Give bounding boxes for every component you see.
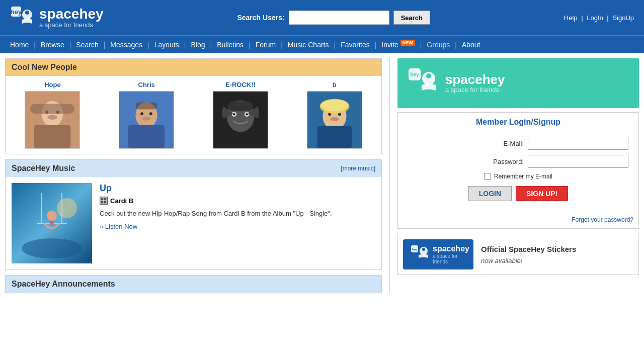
stickers-logo-text: spacehey a space for friends	[433, 244, 469, 264]
login-buttons: LOGIN SIGN UP!	[408, 186, 628, 201]
email-input[interactable]	[528, 137, 628, 150]
person-hope[interactable]: Hope	[25, 81, 80, 149]
login-form: E-Mail: Password: Remember my E-mail LOG…	[398, 132, 638, 214]
nav-item-music-charts[interactable]: Music Charts	[283, 37, 334, 53]
svg-point-32	[320, 100, 348, 112]
stickers-logo-icon: hey	[411, 245, 429, 264]
person-b-name[interactable]: b	[307, 81, 362, 88]
person-b[interactable]: b	[307, 81, 362, 149]
person-chris-avatar	[119, 91, 174, 149]
right-column: hey spacehey a space for friends Member …	[397, 58, 639, 293]
nav-item-groups[interactable]: Groups	[422, 37, 455, 53]
nav-item-forum[interactable]: Forum	[251, 37, 281, 53]
svg-text:hey: hey	[11, 8, 22, 16]
music-section: SpaceHey Music [more music]	[5, 159, 382, 270]
nav-item-search[interactable]: Search	[71, 37, 103, 53]
music-artist-row: Cardi B	[100, 197, 375, 205]
nav-item-blog[interactable]: Blog	[186, 37, 210, 53]
email-label: E-Mail:	[484, 140, 524, 147]
svg-point-34	[22, 238, 82, 258]
svg-point-30	[330, 117, 339, 121]
svg-point-14	[140, 112, 143, 115]
person-chris[interactable]: Chris	[119, 81, 174, 149]
help-link[interactable]: Help	[564, 14, 578, 22]
person-b-avatar	[307, 91, 362, 149]
logo-area[interactable]: hey spacehey a space for friends	[10, 6, 104, 30]
svg-text:hey: hey	[412, 248, 418, 251]
svg-point-3	[25, 11, 29, 15]
login-link[interactable]: LogIn	[587, 14, 603, 22]
stickers-logo-name: spacehey	[433, 244, 469, 253]
remember-label: Remember my E-mail	[494, 173, 552, 180]
remember-checkbox[interactable]	[484, 173, 491, 180]
nav-item-messages[interactable]: Messages	[105, 37, 147, 53]
svg-text:hey: hey	[410, 72, 419, 77]
music-song-title: Up	[100, 183, 375, 194]
new-badge: NEW	[400, 40, 415, 46]
cool-people-header: Cool New People	[6, 59, 381, 76]
svg-point-39	[47, 211, 57, 221]
main-content: Cool New People Hope	[0, 53, 644, 298]
announcements-section: SpaceHey Announcements	[5, 275, 382, 293]
svg-rect-13	[128, 125, 165, 148]
person-erock[interactable]: E-ROCK!!	[213, 81, 268, 149]
svg-point-22	[233, 113, 235, 115]
nav-bar: Home | Browse | Search | Messages | Layo…	[0, 35, 644, 53]
sep1: |	[581, 14, 585, 22]
music-artist-icon	[100, 197, 108, 205]
stickers-text: Official SpaceHey Stickers now available…	[481, 244, 633, 264]
svg-point-16	[142, 117, 151, 121]
logo-text: spacehey a space for friends	[39, 7, 104, 29]
forgot-password-link[interactable]: Forgot your password?	[398, 214, 638, 228]
nav-item-bulletins[interactable]: Bulletins	[212, 37, 249, 53]
email-row: E-Mail:	[408, 137, 628, 150]
svg-point-9	[48, 115, 58, 120]
banner-logo-icon: hey	[408, 67, 438, 99]
nav-item-browse[interactable]: Browse	[36, 37, 69, 53]
person-hope-avatar	[25, 91, 80, 149]
left-column: Cool New People Hope	[5, 58, 382, 293]
logo-title: spacehey	[39, 7, 104, 21]
svg-point-23	[246, 113, 248, 115]
banner-text: spacehey a space for friends	[445, 73, 505, 94]
more-music-link[interactable]: [more music]	[341, 165, 375, 172]
announcements-title: SpaceHey Announcements	[12, 280, 115, 288]
header: hey spacehey a space for friends Search …	[0, 0, 644, 35]
svg-rect-6	[34, 125, 71, 148]
login-button[interactable]: LOGIN	[468, 186, 512, 201]
nav-item-layouts[interactable]: Layouts	[149, 37, 184, 53]
music-section-header: SpaceHey Music [more music]	[6, 160, 381, 177]
search-area: Search Users: Search	[237, 11, 430, 25]
login-header: Member Login/Signup	[398, 113, 638, 132]
signup-button[interactable]: SIGN UP!	[516, 186, 568, 201]
person-hope-name[interactable]: Hope	[25, 81, 80, 88]
stickers-title: Official SpaceHey Stickers	[481, 244, 633, 254]
header-links: Help | LogIn | SignUp	[564, 14, 634, 22]
nav-item-invite[interactable]: Invite NEW	[376, 36, 420, 53]
logo-subtitle: a space for friends	[39, 21, 104, 29]
banner-title: spacehey	[445, 73, 505, 86]
password-label: Password:	[484, 158, 524, 165]
person-erock-name[interactable]: E-ROCK!!	[213, 81, 268, 88]
password-input[interactable]	[528, 155, 628, 168]
svg-rect-27	[317, 126, 352, 148]
cool-people-body: Hope Chris	[6, 76, 381, 154]
signup-link[interactable]: SignUp	[612, 14, 634, 22]
search-users-label: Search Users:	[237, 14, 284, 22]
nav-item-about[interactable]: About	[457, 37, 486, 53]
svg-point-15	[149, 112, 152, 115]
music-album-art	[12, 183, 92, 263]
svg-point-47	[426, 73, 431, 78]
stickers-logo: hey spacehey a space for friends	[403, 239, 473, 269]
listen-now-link[interactable]: Listen Now	[100, 223, 137, 230]
stickers-subtitle: now available!	[481, 257, 633, 264]
search-users-input[interactable]	[289, 11, 389, 25]
person-erock-avatar	[213, 91, 268, 149]
search-users-button[interactable]: Search	[393, 11, 430, 25]
person-chris-name[interactable]: Chris	[119, 81, 174, 88]
svg-point-51	[422, 248, 425, 251]
nav-item-home[interactable]: Home	[5, 37, 34, 53]
announcements-header: SpaceHey Announcements	[6, 276, 381, 293]
remember-row: Remember my E-mail	[408, 173, 628, 180]
nav-item-favorites[interactable]: Favorites	[336, 37, 375, 53]
